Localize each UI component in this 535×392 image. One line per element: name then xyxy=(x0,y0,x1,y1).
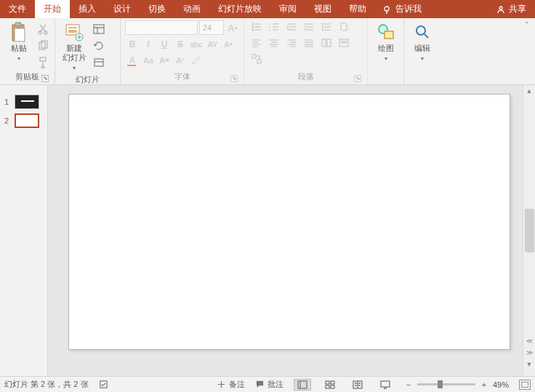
decrease-font-button[interactable]: A▾ xyxy=(221,38,236,51)
paragraph-launcher[interactable]: ⬊ xyxy=(354,75,361,82)
paste-label: 粘贴 xyxy=(11,44,27,52)
prev-slide-button[interactable]: ≪ xyxy=(523,335,535,347)
scroll-up-button[interactable]: ▲ xyxy=(523,85,535,97)
reading-view-button[interactable] xyxy=(349,379,366,391)
tab-home[interactable]: 开始 xyxy=(35,0,70,18)
drawing-button[interactable]: 绘图▾ xyxy=(372,20,399,63)
new-slide-label1: 新建 xyxy=(66,44,82,52)
zoom-slider[interactable] xyxy=(417,383,475,385)
zoom-slider-thumb[interactable] xyxy=(438,380,443,388)
tab-animation[interactable]: 动画 xyxy=(174,0,209,18)
align-right-button[interactable] xyxy=(283,36,299,49)
slide[interactable] xyxy=(68,94,510,350)
svg-rect-29 xyxy=(326,385,329,388)
comments-button[interactable]: 批注 xyxy=(255,379,283,390)
font-family-combo[interactable] xyxy=(125,20,198,35)
char-spacing-button[interactable]: AV xyxy=(205,38,220,51)
clear-format-button[interactable]: A✖ xyxy=(157,54,172,67)
collapse-ribbon-button[interactable]: ˆ xyxy=(519,18,535,84)
justify-button[interactable] xyxy=(301,36,317,49)
slide-canvas-area[interactable] xyxy=(48,85,523,376)
svg-point-24 xyxy=(417,26,425,35)
zoom-out-button[interactable]: − xyxy=(404,380,413,389)
thumbnail-2[interactable]: 2 xyxy=(0,111,47,130)
tab-transition[interactable]: 切换 xyxy=(140,0,174,18)
layout-button[interactable] xyxy=(92,22,106,36)
indent-inc-button[interactable] xyxy=(301,20,317,33)
numbering-button[interactable] xyxy=(266,20,282,33)
slideshow-view-button[interactable] xyxy=(377,379,394,391)
next-slide-button[interactable]: ≫ xyxy=(523,347,535,359)
font-launcher[interactable]: ⬊ xyxy=(230,75,238,82)
group-editing: 编辑▾ xyxy=(404,18,441,84)
svg-point-0 xyxy=(385,7,389,11)
align-center-button[interactable] xyxy=(266,36,282,49)
scroll-down-button[interactable]: ▼ xyxy=(523,359,535,370)
group-clipboard: 粘贴▾ 剪贴板⬊ xyxy=(0,18,55,84)
tab-insert[interactable]: 插入 xyxy=(70,0,105,18)
align-left-button[interactable] xyxy=(249,36,265,49)
strikethrough-button[interactable]: S xyxy=(173,38,188,51)
share-button[interactable]: 共享 xyxy=(488,0,535,18)
notes-button[interactable]: 备注 xyxy=(217,379,245,390)
highlight-button[interactable] xyxy=(189,54,204,67)
normal-view-button[interactable] xyxy=(294,379,311,391)
tab-help[interactable]: 帮助 xyxy=(340,0,375,18)
vertical-scrollbar[interactable]: ▲ ≪ ≫ ▼ xyxy=(523,85,535,376)
tab-review[interactable]: 审阅 xyxy=(270,0,305,18)
svg-rect-32 xyxy=(381,381,390,387)
tab-file[interactable]: 文件 xyxy=(0,0,35,18)
zoom-percent[interactable]: 49% xyxy=(493,380,509,389)
comments-label: 批注 xyxy=(268,379,283,390)
increase-font-button[interactable]: A▴ xyxy=(225,21,240,34)
clipboard-icon xyxy=(9,22,29,42)
zoom-in-button[interactable]: + xyxy=(480,380,488,389)
svg-rect-26 xyxy=(298,381,307,388)
cut-button[interactable] xyxy=(36,22,50,36)
bullets-button[interactable] xyxy=(249,20,265,33)
shadow-button[interactable]: abc xyxy=(189,38,204,51)
tab-slideshow[interactable]: 幻灯片放映 xyxy=(209,0,270,18)
align-text-button[interactable] xyxy=(336,36,352,49)
text-direction-button[interactable] xyxy=(336,20,352,33)
svg-point-17 xyxy=(252,26,254,28)
sorter-view-button[interactable] xyxy=(321,379,339,391)
tab-design[interactable]: 设计 xyxy=(105,0,140,18)
group-font: 24 A▴ B I U S abc AV A▾ A Aa A✖ A^ 字体⬊ xyxy=(121,18,244,84)
italic-button[interactable]: I xyxy=(141,38,156,51)
fit-to-window-button[interactable] xyxy=(519,380,531,390)
convert-smartart-button[interactable] xyxy=(249,52,265,65)
section-button[interactable] xyxy=(92,55,106,70)
underline-button[interactable]: U xyxy=(157,38,172,51)
paste-button[interactable]: 粘贴▾ xyxy=(4,20,33,63)
tab-view[interactable]: 视图 xyxy=(305,0,340,18)
font-color-button[interactable]: A xyxy=(125,54,140,67)
tell-me[interactable]: 告诉我 xyxy=(375,0,429,18)
thumbnail-number: 1 xyxy=(4,97,10,106)
editing-button[interactable]: 编辑▾ xyxy=(409,20,436,63)
format-painter-button[interactable] xyxy=(36,55,50,70)
bold-button[interactable]: B xyxy=(125,38,140,51)
svg-point-5 xyxy=(39,31,41,34)
scroll-thumb[interactable] xyxy=(525,209,534,252)
copy-button[interactable] xyxy=(36,39,50,53)
find-icon xyxy=(412,22,433,42)
svg-rect-15 xyxy=(94,59,103,66)
spell-check-button[interactable] xyxy=(99,380,108,389)
svg-rect-27 xyxy=(326,381,329,384)
new-slide-icon xyxy=(64,22,84,42)
change-case-button[interactable]: Aa xyxy=(141,54,156,67)
tell-me-label: 告诉我 xyxy=(395,3,422,15)
thumbnail-1[interactable]: 1 xyxy=(0,92,47,111)
superscript-button[interactable]: A^ xyxy=(173,54,188,67)
columns-button[interactable] xyxy=(318,36,334,49)
new-slide-button[interactable]: 新建幻灯片 ▾ xyxy=(60,20,89,73)
clipboard-launcher[interactable]: ⬊ xyxy=(41,75,49,82)
svg-rect-3 xyxy=(15,23,21,26)
indent-dec-button[interactable] xyxy=(283,20,299,33)
reset-button[interactable] xyxy=(92,39,106,53)
line-spacing-button[interactable] xyxy=(318,20,334,33)
slide-counter[interactable]: 幻灯片 第 2 张，共 2 张 xyxy=(4,379,89,390)
svg-rect-28 xyxy=(331,381,334,384)
font-size-combo[interactable]: 24 xyxy=(199,20,224,35)
